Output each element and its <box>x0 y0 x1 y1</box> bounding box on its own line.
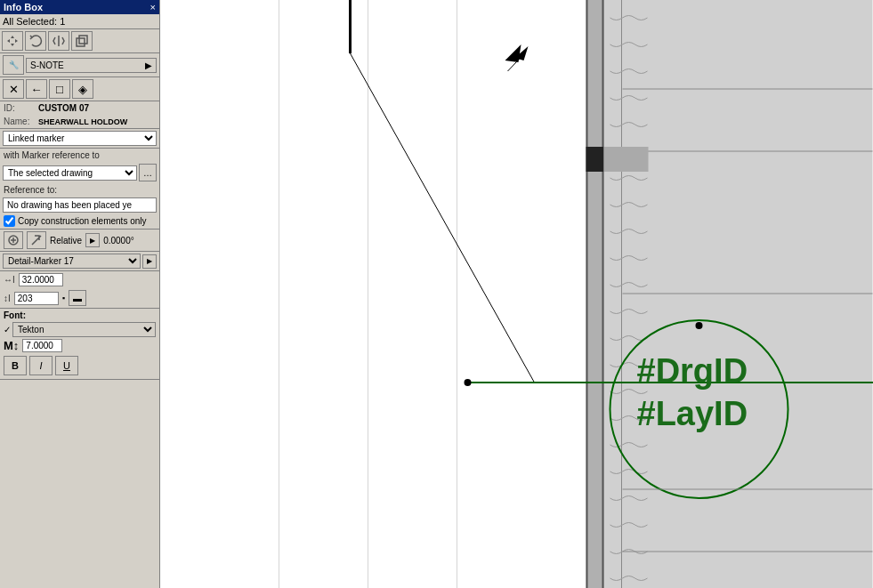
close-button[interactable]: × <box>150 2 156 12</box>
panel-title: Info Box <box>4 2 43 12</box>
detail-marker-play-btn[interactable]: ▶ <box>142 254 157 269</box>
svg-rect-1 <box>79 36 87 44</box>
s-note-label: S-NOTE <box>30 60 64 70</box>
name-row: Name: SHEARWALL HOLDOW <box>0 115 159 129</box>
size-row-1: ↔I 32.0000 <box>0 271 159 288</box>
snote-icon-btn[interactable]: 🔧 <box>3 55 24 75</box>
relative-icon-btn-2[interactable] <box>27 231 46 249</box>
font-size-row: M↕ 7.0000 <box>4 337 156 354</box>
toolbar-btn-rotate[interactable] <box>25 31 46 51</box>
font-section: Font: ✓ Tekton M↕ 7.0000 B I U <box>0 309 159 380</box>
toolbar-btn-mirror[interactable] <box>48 31 69 51</box>
panel-title-bar: Info Box × <box>0 0 159 14</box>
name-value: SHEARWALL HOLDOW <box>38 117 127 126</box>
copy-checkbox-row: Copy construction elements only <box>0 213 159 230</box>
formatting-row: B I U <box>4 354 156 377</box>
name-label: Name: <box>4 117 35 126</box>
svg-rect-4 <box>586 0 604 588</box>
shape-row: ✕ ← □ ◈ <box>0 77 159 101</box>
size-height-icon: ↕I <box>4 294 11 303</box>
shape-btn-pattern[interactable]: ◈ <box>72 79 93 99</box>
s-note-arrow-icon: ▶ <box>145 60 152 70</box>
svg-rect-13 <box>604 147 649 172</box>
selected-drawing-select[interactable]: The selected drawing <box>3 165 137 181</box>
font-size-value: 7.0000 <box>22 339 62 352</box>
s-note-button[interactable]: S-NOTE ▶ <box>26 58 157 73</box>
s-note-row: 🔧 S-NOTE ▶ <box>0 53 159 77</box>
marker-row: Detail-Marker 17 ▶ <box>0 252 159 271</box>
reference-to-value: No drawing has been placed ye <box>3 197 157 213</box>
pen-settings-btn[interactable]: ▬ <box>69 290 86 306</box>
selected-drawing-row: The selected drawing … <box>0 162 159 183</box>
italic-button[interactable]: I <box>29 356 53 375</box>
svg-point-22 <box>465 379 472 386</box>
reference-to-label: Reference to: <box>0 183 159 197</box>
drg-id-text: #DrgID <box>637 352 748 390</box>
bold-button[interactable]: B <box>4 356 27 375</box>
copy-checkbox[interactable] <box>4 215 15 227</box>
detail-marker-select[interactable]: Detail-Marker 17 <box>3 254 141 269</box>
font-size-icon: M↕ <box>4 339 19 352</box>
svg-rect-5 <box>586 0 588 588</box>
linked-marker-row: Linked marker <box>0 129 159 149</box>
toolbar-row-1 <box>0 29 159 53</box>
canvas-svg: #DrgID #LayID <box>160 0 873 588</box>
id-value: CUSTOM 07 <box>38 103 89 113</box>
linked-marker-select[interactable]: Linked marker <box>3 131 157 146</box>
relative-play-btn[interactable]: ▶ <box>85 233 100 247</box>
font-select[interactable]: Tekton <box>12 322 156 337</box>
relative-row: Relative ▶ 0.0000° <box>0 230 159 252</box>
lay-id-text: #LayID <box>637 395 748 432</box>
marker-ref-label: with Marker reference to <box>0 149 159 162</box>
browse-button[interactable]: … <box>139 164 157 181</box>
all-selected-label: All Selected: 1 <box>0 14 159 29</box>
relative-label: Relative <box>50 236 82 246</box>
angle-value: 0.0000° <box>103 236 134 246</box>
underline-button[interactable]: U <box>55 356 78 375</box>
canvas-area[interactable]: #DrgID #LayID <box>160 0 873 588</box>
size-row-2: ↕I 203 ▪ ▬ <box>0 288 159 309</box>
font-check: ✓ <box>4 325 11 334</box>
shape-btn-rect[interactable]: □ <box>49 79 70 99</box>
size-width-value: 32.0000 <box>19 273 63 286</box>
toolbar-btn-move[interactable] <box>2 31 23 51</box>
size-height-value: 203 <box>14 292 59 305</box>
toolbar-btn-copy[interactable] <box>71 31 93 51</box>
copy-checkbox-label: Copy construction elements only <box>18 216 147 226</box>
info-panel: Info Box × All Selected: 1 🔧 S-NOTE ▶ ✕ … <box>0 0 160 588</box>
svg-rect-12 <box>586 147 604 172</box>
font-dropdown-row: ✓ Tekton <box>4 322 156 337</box>
shape-btn-back[interactable]: ← <box>26 79 47 99</box>
pen-icon: ▪ <box>62 294 65 302</box>
relative-icon-btn-1[interactable] <box>4 231 23 249</box>
shape-btn-x[interactable]: ✕ <box>3 79 24 99</box>
font-label: Font: <box>4 310 156 322</box>
size-width-icon: ↔I <box>4 275 15 285</box>
id-label: ID: <box>4 103 35 113</box>
svg-point-24 <box>696 322 703 329</box>
svg-rect-0 <box>77 38 85 46</box>
id-row: ID: CUSTOM 07 <box>0 101 159 115</box>
